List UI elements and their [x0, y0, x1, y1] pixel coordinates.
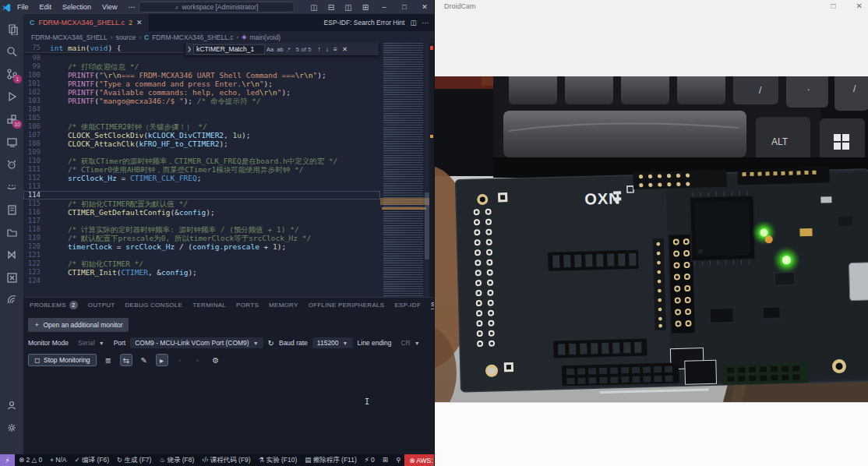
panel-tab-memory[interactable]: MEMORY — [269, 302, 298, 309]
find-previous-icon[interactable]: ↑ — [316, 45, 323, 53]
menu-item[interactable]: Edit — [35, 2, 57, 12]
line-number: 116 — [23, 208, 50, 217]
menu-item[interactable]: View — [97, 2, 122, 12]
sidebar-item-debug-probe[interactable] — [0, 153, 23, 175]
minimap[interactable] — [380, 43, 429, 297]
whole-word-icon[interactable]: ab — [275, 46, 284, 53]
port-select[interactable]: COM9 - MCU-Link VCom Port (COM9) ▼ — [130, 337, 263, 348]
line-number: 108 — [23, 139, 50, 148]
panel-tab-output[interactable]: OUTPUT — [88, 302, 115, 309]
tab-close-icon[interactable]: ✕ — [136, 19, 143, 26]
find-in-selection-icon[interactable]: ≡ — [331, 45, 340, 53]
flash-f8[interactable]: ♨ 烧录 (F8) — [155, 456, 198, 465]
code-editor[interactable]: 75int main(void) { 9899 /* 打印欢迎信息 */100 … — [23, 43, 434, 297]
panel-tab-ports[interactable]: PORTS — [236, 302, 259, 309]
baud-rate-select[interactable]: 115200 ▼ — [312, 337, 353, 348]
sidebar-item-xterminal[interactable] — [0, 266, 23, 288]
sidebar-item-search[interactable] — [0, 40, 23, 62]
find-next-icon[interactable]: ↓ — [323, 45, 331, 53]
panel-tab-esp-idf[interactable]: ESP-IDF — [394, 302, 421, 309]
hex-view-icon[interactable]: ▫ — [192, 354, 204, 366]
chevron-down-icon: ▼ — [415, 341, 420, 346]
editor-more-actions-icon[interactable]: ⋯ — [422, 19, 429, 26]
build-f7[interactable]: ↻ 生成 (F7) — [113, 456, 155, 465]
sidebar-item-aws-toolkit[interactable] — [0, 175, 23, 198]
line-ending-select[interactable]: CR ▼ — [396, 337, 424, 348]
sidebar-item-explorer[interactable] — [0, 17, 23, 40]
problems-status[interactable]: ⊗ 2 △ 0 — [15, 456, 46, 465]
timestamp-icon[interactable]: ◦ — [174, 354, 186, 366]
match-case-icon[interactable]: Aa — [265, 46, 275, 53]
clear-output-icon[interactable]: ≣ — [102, 354, 115, 366]
sidebar-item-run-debug[interactable] — [0, 85, 23, 108]
pin-toggle[interactable]: ⚲ — [392, 456, 404, 465]
minimize-button[interactable]: – — [375, 0, 393, 14]
breadcrumb-item[interactable]: main(void) — [250, 34, 281, 41]
badge: 10 — [12, 120, 22, 129]
line-number: 112 — [23, 174, 50, 182]
breadcrumb-item[interactable]: FDRM-MCXA346_SHELL.c — [152, 34, 233, 41]
experiment-f10[interactable]: ⚗ 实验 (F10) — [255, 456, 302, 465]
overview-ruler — [429, 43, 434, 297]
menu-item[interactable]: File — [12, 2, 34, 12]
breadcrumb-item[interactable]: source — [116, 34, 136, 41]
target-device[interactable]: ⌖ N/A — [46, 456, 70, 465]
monitor-mode-select[interactable]: Serial ▼ — [73, 337, 109, 348]
sidebar-item-extensions[interactable]: 10 — [0, 108, 23, 130]
erase-f11[interactable]: ▤ 擦除程序 (F11) — [301, 456, 360, 465]
monitor-settings-gear-icon[interactable]: ⚙ — [210, 354, 222, 366]
menu-item[interactable]: ⋯ — [123, 2, 139, 12]
split-editor-icon[interactable]: ◫ — [410, 19, 416, 26]
sidebar-item-source-control[interactable]: 1 — [0, 62, 23, 85]
restore-button[interactable]: □ — [395, 0, 414, 14]
panel-tab-terminal[interactable]: TERMINAL — [192, 302, 226, 309]
panel-tab-debug-console[interactable]: DEBUG CONSOLE — [125, 302, 183, 309]
breadcrumb: FDRM-MCXA346_SHELL›source›CFDRM-MCXA346_… — [23, 31, 434, 43]
remote-indicator[interactable]: ⚡ — [0, 454, 15, 466]
sidebar-item-accounts[interactable] — [0, 394, 23, 416]
close-button[interactable]: ✕ — [415, 0, 434, 14]
sidebar-item-settings-gear[interactable] — [0, 416, 23, 439]
command-center-search[interactable]: ⌕ workspace [Administrator] — [139, 2, 295, 12]
compile-f6[interactable]: ✓ 编译 (F6) — [71, 456, 113, 465]
aws-builder-id-status[interactable]: ⊗ AWS: AWS Builder ID — [404, 454, 434, 466]
workspace-search-label: workspace [Administrator] — [182, 3, 258, 11]
line-content: /* CTimer0使用AHB时钟，而某些CTimer1模块可能使用异步时钟 *… — [50, 165, 303, 174]
find-close-icon[interactable]: ✕ — [340, 45, 350, 53]
sidebar-item-notebook[interactable] — [0, 198, 23, 221]
panel-tab-offline-peripherals[interactable]: OFFLINE PERIPHERALS — [309, 302, 385, 309]
toggle-sidebar-icon[interactable]: ◫ — [306, 3, 322, 12]
line-number: 98 — [23, 54, 50, 62]
edit-send-icon[interactable]: ✎ — [138, 354, 150, 366]
menu-item[interactable]: Selection — [58, 2, 96, 12]
refresh-ports-icon[interactable]: ↻ — [268, 339, 274, 348]
regex-icon[interactable]: .* — [285, 46, 292, 53]
sidebar-item-esp-idf[interactable] — [0, 288, 23, 311]
droidcam-close-button[interactable]: ✕ — [856, 2, 863, 10]
panel-tab-problems[interactable]: PROBLEMS2 — [30, 301, 78, 309]
toggle-secondary-sidebar-icon[interactable]: ◫ — [340, 3, 356, 12]
port-status[interactable]: ⚡ 0 — [361, 456, 379, 465]
code-line: 123 CTIMER_Init(CTIMER, &config); — [23, 268, 380, 277]
customize-layout-icon[interactable]: ⊞ — [358, 3, 373, 12]
xterminal-icon — [5, 271, 18, 284]
find-input[interactable]: kCTIMER_Match_1 — [193, 44, 265, 55]
droidcam-restore-button[interactable]: □ — [831, 2, 836, 10]
debug-probe-icon — [5, 158, 18, 171]
terminal-mode-icon[interactable]: ▸ — [156, 354, 168, 366]
toggle-panel-icon[interactable]: ⊟ — [323, 3, 339, 12]
espidf-search-error-hint-button[interactable]: ESP-IDF: Search Error Hint — [324, 19, 405, 26]
tab-fdrm-mcxa346-shell[interactable]: C FDRM-MCXA346_SHELL.c 2 ✕ — [23, 14, 150, 31]
breadcrumb-item[interactable]: FDRM-MCXA346_SHELL — [31, 34, 108, 41]
line-number: 105 — [23, 114, 50, 122]
toggle-autoscroll-icon[interactable]: ⇆ — [120, 354, 132, 366]
stop-monitoring-button[interactable]: ◻ Stop Monitoring — [28, 354, 97, 366]
toggle-replace-icon[interactable]: ❯ — [185, 46, 193, 52]
open-additional-monitor-button[interactable]: ＋ Open an additional monitor — [28, 318, 129, 332]
grid-toggle[interactable]: ⊞ — [379, 456, 392, 465]
sidebar-item-comate[interactable] — [0, 243, 23, 266]
sidebar-item-remote-explorer[interactable] — [0, 130, 23, 153]
camera-feed: / . / ALT — [435, 76, 868, 402]
course-code-f9[interactable]: ‹/› 课程代码 (F9) — [198, 456, 254, 465]
sidebar-item-project-manager[interactable] — [0, 221, 23, 243]
